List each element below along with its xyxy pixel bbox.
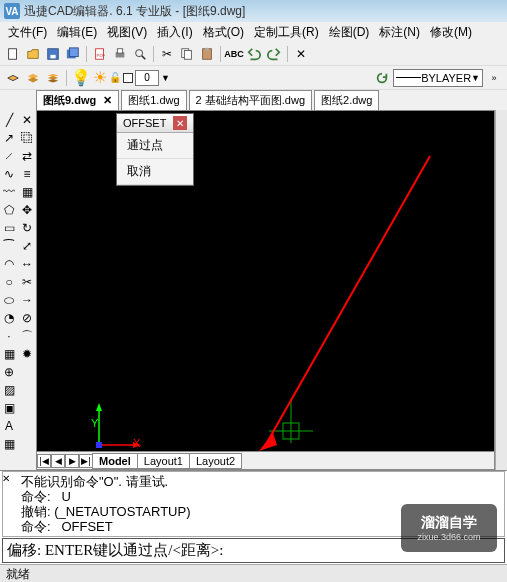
modify-copy-icon[interactable]: ⿻: [19, 130, 35, 146]
modify-erase-icon[interactable]: ✕: [19, 112, 35, 128]
spellcheck-icon[interactable]: ABC: [225, 45, 243, 63]
doc-tab-3[interactable]: 图纸2.dwg: [314, 90, 379, 110]
app-logo-icon: VA: [4, 3, 20, 19]
modify-break-icon[interactable]: ⊘: [19, 310, 35, 326]
doc-tab-1[interactable]: 图纸1.dwg: [121, 90, 186, 110]
paste-icon[interactable]: [198, 45, 216, 63]
menu-file[interactable]: 文件(F): [4, 22, 51, 43]
arc3-icon[interactable]: ◠: [1, 256, 17, 272]
modify-rotate-icon[interactable]: ↻: [19, 220, 35, 236]
print-icon[interactable]: [111, 45, 129, 63]
separator: [66, 70, 67, 86]
doc-tab-2[interactable]: 2 基础结构平面图.dwg: [189, 90, 312, 110]
ellipse-icon[interactable]: ⬭: [1, 292, 17, 308]
freeze-icon[interactable]: ☀: [93, 68, 107, 87]
print-preview-icon[interactable]: [131, 45, 149, 63]
menu-format[interactable]: 格式(O): [199, 22, 248, 43]
modify-offset-icon[interactable]: ≡: [19, 166, 35, 182]
modify-mirror-icon[interactable]: ⇄: [19, 148, 35, 164]
osnap-icon[interactable]: ✕: [292, 45, 310, 63]
layer-state3-icon[interactable]: [44, 69, 62, 87]
insert-icon[interactable]: ⊕: [1, 364, 17, 380]
separator: [287, 46, 288, 62]
layer-index-input[interactable]: [135, 70, 159, 86]
modify-trim-icon[interactable]: ✂: [19, 274, 35, 290]
menu-dim[interactable]: 标注(N): [375, 22, 424, 43]
block-icon[interactable]: ▦: [1, 346, 17, 362]
spline-icon[interactable]: 〰: [1, 184, 17, 200]
save-icon[interactable]: [44, 45, 62, 63]
table-icon[interactable]: ▦: [1, 436, 17, 452]
watermark-name: 溜溜自学: [421, 514, 477, 532]
text-icon[interactable]: A: [1, 418, 17, 434]
refresh-icon[interactable]: [373, 69, 391, 87]
polygon-icon[interactable]: ⬠: [1, 202, 17, 218]
nav-next-icon[interactable]: ▶: [65, 454, 79, 468]
ray-icon[interactable]: ⟋: [1, 148, 17, 164]
svg-rect-14: [205, 47, 209, 50]
menu-edit[interactable]: 编辑(E): [53, 22, 101, 43]
arc-icon[interactable]: ⁀: [1, 238, 17, 254]
modify-array-icon[interactable]: ▦: [19, 184, 35, 200]
svg-point-9: [136, 49, 143, 56]
region-icon[interactable]: ▣: [1, 400, 17, 416]
copy-icon[interactable]: [178, 45, 196, 63]
menu-modify[interactable]: 修改(M): [426, 22, 476, 43]
svg-rect-17: [96, 442, 102, 448]
modify-explode-icon[interactable]: ✹: [19, 346, 35, 362]
right-scrollbar[interactable]: [495, 110, 507, 470]
drawing-canvas[interactable]: Y X: [36, 110, 495, 470]
nav-last-icon[interactable]: ▶|: [79, 454, 93, 468]
layout-tab-1[interactable]: Layout1: [137, 453, 190, 469]
new-icon[interactable]: [4, 45, 22, 63]
modify-stretch-icon[interactable]: ↔: [19, 256, 35, 272]
nav-first-icon[interactable]: |◀: [37, 454, 51, 468]
hatch-icon[interactable]: ▨: [1, 382, 17, 398]
svg-rect-2: [50, 54, 55, 58]
watermark-url: zixue.3d66.com: [417, 532, 480, 542]
chevron-down-icon[interactable]: ▼: [161, 73, 170, 83]
ellipsearc-icon[interactable]: ◔: [1, 310, 17, 326]
context-menu-through-point[interactable]: 通过点: [117, 133, 193, 159]
modify-move-icon[interactable]: ✥: [19, 202, 35, 218]
menu-bar: 文件(F) 编辑(E) 视图(V) 插入(I) 格式(O) 定制工具(R) 绘图…: [0, 22, 507, 42]
doc-tab-active[interactable]: 图纸9.dwg ✕: [36, 90, 119, 110]
menu-view[interactable]: 视图(V): [103, 22, 151, 43]
circle-icon[interactable]: ○: [1, 274, 17, 290]
undo-icon[interactable]: [245, 45, 263, 63]
redo-icon[interactable]: [265, 45, 283, 63]
doc-tab-label: 2 基础结构平面图.dwg: [196, 94, 305, 106]
point-icon[interactable]: ·: [1, 328, 17, 344]
close-icon[interactable]: ✕: [2, 473, 10, 484]
layout-tab-nav: |◀ ◀ ▶ ▶|: [37, 454, 93, 468]
saveall-icon[interactable]: [64, 45, 82, 63]
more-icon[interactable]: »: [485, 69, 503, 87]
layer-state2-icon[interactable]: [24, 69, 42, 87]
layout-tab-model[interactable]: Model: [92, 453, 138, 469]
layer-state1-icon[interactable]: [4, 69, 22, 87]
color-swatch-icon[interactable]: [123, 73, 133, 83]
linetype-select[interactable]: BYLAYER ▼: [393, 69, 483, 87]
status-text: 就绪: [6, 566, 30, 582]
lightbulb-icon[interactable]: 💡: [71, 68, 91, 87]
close-icon[interactable]: ✕: [173, 116, 187, 130]
modify-extend-icon[interactable]: →: [19, 292, 35, 308]
cut-icon[interactable]: ✂: [158, 45, 176, 63]
rect-icon[interactable]: ▭: [1, 220, 17, 236]
line-icon[interactable]: ╱: [1, 112, 17, 128]
pline-icon[interactable]: ∿: [1, 166, 17, 182]
context-menu-cancel[interactable]: 取消: [117, 159, 193, 185]
menu-insert[interactable]: 插入(I): [153, 22, 196, 43]
menu-custom-tools[interactable]: 定制工具(R): [250, 22, 323, 43]
open-icon[interactable]: [24, 45, 42, 63]
modify-scale-icon[interactable]: ⤢: [19, 238, 35, 254]
doc-tab-label: 图纸2.dwg: [321, 94, 372, 106]
lock-icon[interactable]: 🔓: [109, 72, 121, 83]
nav-prev-icon[interactable]: ◀: [51, 454, 65, 468]
export-pdf-icon[interactable]: PDF: [91, 45, 109, 63]
layout-tab-2[interactable]: Layout2: [189, 453, 242, 469]
modify-fillet-icon[interactable]: ⌒: [19, 328, 35, 344]
xline-icon[interactable]: ↗: [1, 130, 17, 146]
menu-draw[interactable]: 绘图(D): [325, 22, 374, 43]
close-icon[interactable]: ✕: [103, 94, 112, 106]
